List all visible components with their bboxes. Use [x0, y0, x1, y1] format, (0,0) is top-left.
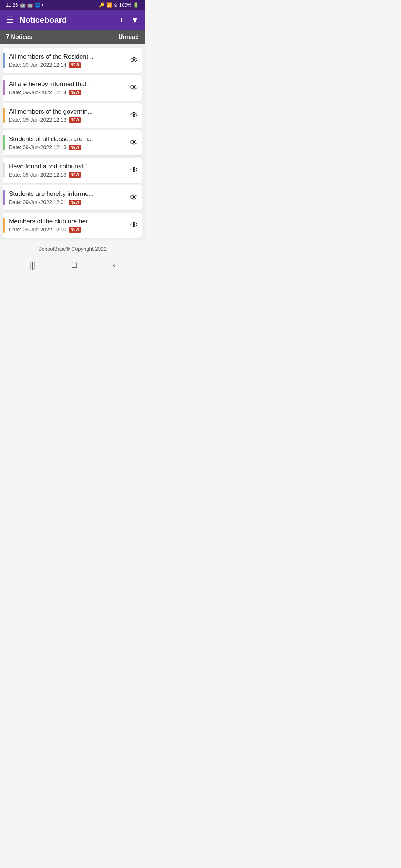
status-time: 11:26	[6, 2, 18, 8]
notice-title: All members of the Resident...	[9, 53, 127, 60]
notice-item[interactable]: All members of the governin...Date: 09-J…	[3, 103, 142, 128]
notice-meta: Date: 09-Jun-2022 12:13NEW	[9, 117, 127, 123]
notice-title: All are hereby informed that ..	[9, 80, 127, 88]
notice-content: Members of the club are her...Date: 09-J…	[9, 218, 127, 233]
chrome-icon: 🌐	[35, 2, 40, 8]
notice-content: All members of the governin...Date: 09-J…	[9, 108, 127, 123]
notice-item[interactable]: All members of the Resident...Date: 09-J…	[3, 48, 142, 73]
notice-date: Date: 09-Jun-2022 12:14	[9, 89, 66, 95]
bottom-nav: ||| □ ‹	[0, 255, 145, 274]
status-bar: 11:26 🤖 🤖 🌐 • 🔑 📶 ⊘ 100% 🔋	[0, 0, 145, 10]
battery-label: 100%	[119, 2, 131, 8]
home-button[interactable]: □	[72, 260, 77, 270]
notice-title: Have found a red-coloured '...	[9, 163, 127, 170]
notice-title: Members of the club are her...	[9, 218, 127, 225]
new-badge: NEW	[69, 145, 81, 150]
notice-title: Students of all classes are h...	[9, 135, 127, 143]
notice-content: Students are hereby informe...Date: 09-J…	[9, 190, 127, 205]
notice-date: Date: 09-Jun-2022 12:00	[9, 227, 66, 233]
view-icon[interactable]: 👁	[130, 111, 138, 120]
menu-icon[interactable]: ☰	[6, 15, 13, 25]
recents-button[interactable]: |||	[29, 260, 36, 270]
notice-meta: Date: 09-Jun-2022 12:13NEW	[9, 144, 127, 150]
notice-date: Date: 09-Jun-2022 12:13	[9, 117, 66, 123]
notice-meta: Date: 09-Jun-2022 12:13NEW	[9, 172, 127, 178]
back-button[interactable]: ‹	[113, 260, 116, 270]
new-badge: NEW	[69, 90, 81, 95]
notice-date: Date: 09-Jun-2022 12:13	[9, 172, 66, 178]
new-badge: NEW	[69, 62, 81, 68]
notice-item[interactable]: All are hereby informed that ..Date: 09-…	[3, 75, 142, 101]
notice-color-bar	[3, 53, 5, 68]
dot-icon: •	[42, 2, 44, 8]
view-icon[interactable]: 👁	[130, 56, 138, 65]
view-icon[interactable]: 👁	[130, 193, 138, 203]
notice-content: Students of all classes are h...Date: 09…	[9, 135, 127, 150]
key-icon: 🔑	[99, 2, 105, 8]
view-icon[interactable]: 👁	[130, 165, 138, 175]
notice-item[interactable]: Students of all classes are h...Date: 09…	[3, 130, 142, 155]
notice-content: All are hereby informed that ..Date: 09-…	[9, 80, 127, 95]
notice-content: All members of the Resident...Date: 09-J…	[9, 53, 127, 68]
header: ☰ Noticeboard + ▼	[0, 10, 145, 30]
notice-date: Date: 09-Jun-2022 12:14	[9, 62, 66, 68]
notice-content: Have found a red-coloured '...Date: 09-J…	[9, 163, 127, 178]
notice-date: Date: 09-Jun-2022 12:01	[9, 199, 66, 205]
unread-label: Unread	[118, 34, 139, 40]
notice-color-bar	[3, 108, 5, 123]
notice-meta: Date: 09-Jun-2022 12:01NEW	[9, 199, 127, 205]
wifi-icon: 📶	[106, 2, 112, 8]
new-badge: NEW	[69, 200, 81, 205]
view-icon[interactable]: 👁	[130, 83, 138, 93]
new-badge: NEW	[69, 117, 81, 123]
filter-button[interactable]: ▼	[131, 15, 139, 25]
view-icon[interactable]: 👁	[130, 138, 138, 148]
notice-color-bar	[3, 218, 5, 233]
new-badge: NEW	[69, 172, 81, 178]
notice-color-bar	[3, 163, 5, 178]
android-icon: 🤖	[20, 2, 26, 8]
footer-copyright: SchoolBase® Copyright 2022	[0, 241, 145, 255]
notices-count: 7 Notices	[6, 34, 32, 40]
battery-icon: 🔋	[133, 2, 139, 8]
notice-meta: Date: 09-Jun-2022 12:14NEW	[9, 89, 127, 95]
notice-title: All members of the governin...	[9, 108, 127, 115]
no-icon: ⊘	[114, 2, 118, 8]
notice-title: Students are hereby informe...	[9, 190, 127, 198]
view-icon[interactable]: 👁	[130, 220, 138, 230]
add-button[interactable]: +	[119, 15, 124, 25]
page-title: Noticeboard	[19, 15, 113, 25]
notice-item[interactable]: Have found a red-coloured '...Date: 09-J…	[3, 158, 142, 183]
notice-meta: Date: 09-Jun-2022 12:14NEW	[9, 62, 127, 68]
notice-color-bar	[3, 80, 5, 95]
android-icon-2: 🤖	[27, 2, 33, 8]
new-badge: NEW	[69, 227, 81, 233]
notices-bar: 7 Notices Unread	[0, 30, 145, 44]
notice-item[interactable]: Students are hereby informe...Date: 09-J…	[3, 185, 142, 210]
notice-color-bar	[3, 135, 5, 150]
header-actions: + ▼	[119, 15, 139, 25]
notice-color-bar	[3, 190, 5, 205]
status-left: 11:26 🤖 🤖 🌐 •	[6, 2, 43, 8]
status-right: 🔑 📶 ⊘ 100% 🔋	[99, 2, 139, 8]
notice-date: Date: 09-Jun-2022 12:13	[9, 144, 66, 150]
notice-list: All members of the Resident...Date: 09-J…	[0, 44, 145, 241]
notice-item[interactable]: Members of the club are her...Date: 09-J…	[3, 213, 142, 238]
notice-meta: Date: 09-Jun-2022 12:00NEW	[9, 227, 127, 233]
